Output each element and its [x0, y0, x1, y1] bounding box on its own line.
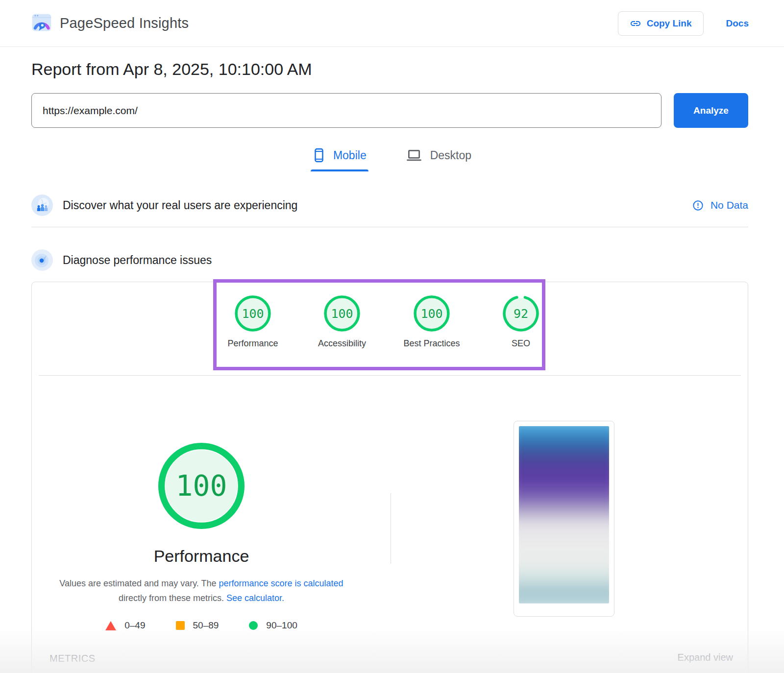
score-block-best-practices[interactable]: 100 Best Practices — [388, 295, 476, 349]
disclaimer-text-2: directly from these metrics. — [119, 593, 226, 603]
docs-link[interactable]: Docs — [726, 18, 749, 29]
legend-range-fail: 0–49 — [124, 620, 145, 631]
info-icon — [692, 200, 704, 211]
red-triangle-icon — [105, 621, 116, 630]
seo-score-label: SEO — [477, 338, 565, 349]
legend-item-fail: 0–49 — [105, 620, 145, 631]
desktop-laptop-icon — [406, 148, 422, 163]
performance-score-label: Performance — [209, 338, 297, 349]
score-block-performance[interactable]: 100 Performance — [209, 295, 297, 349]
active-tab-underline — [311, 169, 368, 171]
url-input[interactable] — [31, 93, 662, 128]
tab-mobile-label: Mobile — [333, 149, 367, 162]
analyze-button[interactable]: Analyze — [674, 93, 748, 128]
copy-link-button[interactable]: Copy Link — [618, 11, 704, 36]
real-users-section-header: Discover what your real users are experi… — [31, 194, 748, 216]
tab-mobile[interactable]: Mobile — [311, 148, 368, 171]
no-data-status[interactable]: No Data — [692, 199, 748, 211]
score-calculation-link[interactable]: performance score is calculated — [219, 578, 343, 588]
disclaimer-text-1: Values are estimated and may vary. The — [59, 578, 219, 588]
performance-big-gauge: 100 — [158, 443, 245, 529]
performance-big-score-value: 100 — [158, 443, 245, 529]
best-practices-score-label: Best Practices — [388, 338, 476, 349]
legend-range-pass: 90–100 — [266, 620, 297, 631]
legend-item-pass: 90–100 — [249, 620, 297, 631]
mobile-phone-icon — [313, 148, 325, 163]
performance-panel-title: Performance — [103, 547, 299, 566]
app-title: PageSpeed Insights — [60, 15, 189, 31]
real-users-icon — [31, 194, 53, 216]
link-icon — [630, 18, 641, 29]
section-divider — [31, 227, 748, 227]
vertical-divider — [391, 493, 391, 564]
score-block-seo[interactable]: 92 SEO — [477, 295, 565, 349]
orange-square-icon — [176, 621, 185, 630]
accessibility-score-label: Accessibility — [298, 338, 386, 349]
card-nav-divider — [39, 375, 741, 376]
accessibility-score-value: 100 — [324, 295, 360, 332]
legend-range-average: 50–89 — [193, 620, 219, 631]
metrics-section-heading: METRICS — [49, 653, 96, 664]
copy-link-label: Copy Link — [647, 18, 692, 29]
diagnose-section-header: Diagnose performance issues — [31, 249, 748, 271]
best-practices-score-gauge: 100 — [414, 295, 450, 332]
green-circle-icon — [249, 621, 258, 630]
seo-score-gauge: 92 — [503, 295, 539, 332]
score-block-accessibility[interactable]: 100 Accessibility — [298, 295, 386, 349]
score-range-legend: 0–49 50–89 90–100 — [45, 620, 358, 631]
legend-item-average: 50–89 — [176, 620, 219, 631]
expand-view-button[interactable]: Expand view — [678, 652, 733, 663]
performance-score-value: 100 — [235, 295, 271, 332]
diagnose-speedometer-icon — [31, 249, 53, 271]
screenshot-image — [519, 426, 609, 603]
app-header: PageSpeed Insights Copy Link Docs — [0, 0, 784, 47]
seo-score-value: 92 — [503, 295, 539, 332]
report-title: Report from Apr 8, 2025, 10:10:00 AM — [31, 60, 312, 79]
best-practices-score-value: 100 — [414, 295, 450, 332]
performance-score-gauge: 100 — [235, 295, 271, 332]
diagnose-section-title: Diagnose performance issues — [63, 254, 212, 267]
tab-desktop-label: Desktop — [430, 149, 471, 162]
real-users-section-title: Discover what your real users are experi… — [63, 199, 297, 212]
device-tabs: Mobile Desktop — [0, 148, 784, 171]
no-data-label: No Data — [710, 199, 748, 211]
accessibility-score-gauge: 100 — [324, 295, 360, 332]
page-screenshot-thumbnail[interactable] — [514, 421, 614, 617]
lighthouse-report-card: 100 Performance 100 Accessibility 100 — [31, 282, 748, 673]
app-logo[interactable]: PageSpeed Insights — [31, 12, 189, 35]
pagespeed-insights-page: PageSpeed Insights Copy Link Docs Report… — [0, 0, 784, 673]
tab-desktop[interactable]: Desktop — [404, 148, 473, 171]
performance-disclaimer: Values are estimated and may vary. The p… — [45, 576, 358, 605]
pagespeed-logo-icon — [31, 12, 52, 35]
see-calculator-link[interactable]: See calculator. — [226, 593, 284, 603]
